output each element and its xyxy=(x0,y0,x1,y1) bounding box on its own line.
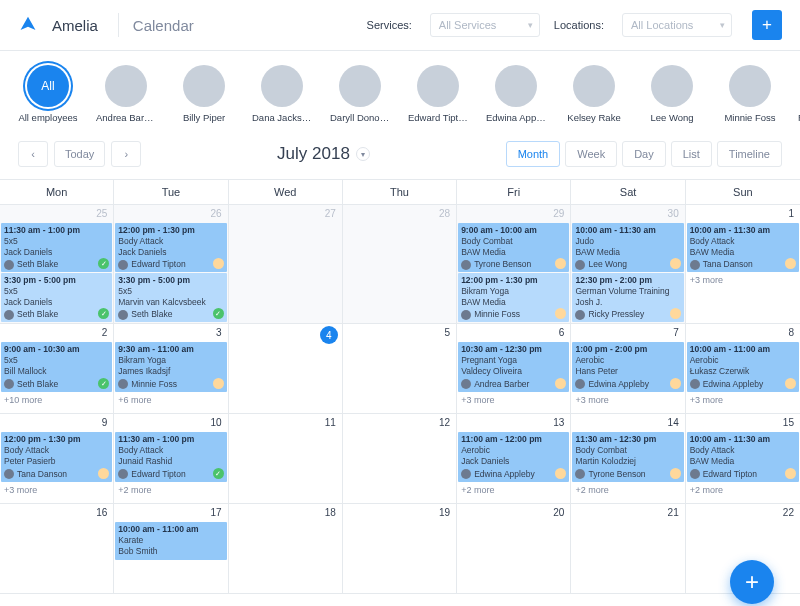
today-button[interactable]: Today xyxy=(54,141,105,167)
calendar-cell[interactable]: 2612:00 pm - 1:30 pmBody AttackJack Dani… xyxy=(114,205,228,324)
event-client: BAW Media xyxy=(461,297,566,308)
calendar-cell[interactable]: 20 xyxy=(457,504,571,594)
event-time: 12:00 pm - 1:30 pm xyxy=(461,275,566,286)
calendar-cell[interactable]: 39:30 am - 11:00 amBikram YogaJames Ikad… xyxy=(114,324,228,414)
calendar-cell[interactable]: 3010:00 am - 11:30 amJudoBAW MediaLee Wo… xyxy=(571,205,685,324)
calendar-cell[interactable]: 2511:30 am - 1:00 pm5x5Jack DanielsSeth … xyxy=(0,205,114,324)
calendar-event[interactable]: 3:30 pm - 5:00 pm5x5Marvin van Kalcvsbee… xyxy=(115,273,226,322)
more-link[interactable]: +2 more xyxy=(686,483,800,497)
calendar-event[interactable]: 12:00 pm - 1:30 pmBikram YogaBAW MediaMi… xyxy=(458,273,569,322)
calendar-event[interactable]: 9:00 am - 10:30 am5x5Bill MallockSeth Bl… xyxy=(1,342,112,391)
calendar-event[interactable]: 11:30 am - 1:00 pm5x5Jack DanielsSeth Bl… xyxy=(1,223,112,272)
day-number: 19 xyxy=(439,507,450,518)
day-headers: MonTueWedThuFriSatSun xyxy=(0,180,800,205)
calendar-event[interactable]: 9:30 am - 11:00 amBikram YogaJames Ikads… xyxy=(115,342,226,391)
event-client: BAW Media xyxy=(461,247,566,258)
add-button[interactable]: + xyxy=(752,10,782,40)
more-link[interactable]: +3 more xyxy=(686,393,800,407)
calendar-event[interactable]: 10:00 am - 11:30 amJudoBAW MediaLee Wong xyxy=(572,223,683,272)
calendar-cell[interactable]: 110:00 am - 11:30 amBody AttackBAW Media… xyxy=(686,205,800,324)
employee-6[interactable]: Edwina Appl... xyxy=(486,65,546,123)
calendar-event[interactable]: 1:00 pm - 2:00 pmAerobicHans PeterEdwina… xyxy=(572,342,683,391)
more-link[interactable]: +3 more xyxy=(686,273,800,287)
calendar-event[interactable]: 12:00 pm - 1:30 pmBody AttackJack Daniel… xyxy=(115,223,226,272)
calendar-cell[interactable]: 27 xyxy=(229,205,343,324)
more-link[interactable]: +2 more xyxy=(114,483,227,497)
calendar-event[interactable]: 11:30 am - 1:00 pmBody AttackJunaid Rash… xyxy=(115,432,226,481)
calendar-cell[interactable]: 610:30 am - 12:30 pmPregnant YogaValdecy… xyxy=(457,324,571,414)
event-name: Body Attack xyxy=(118,445,223,456)
calendar-cell[interactable]: 299:00 am - 10:00 amBody CombatBAW Media… xyxy=(457,205,571,324)
calendar-event[interactable]: 10:00 am - 11:30 amBody AttackBAW MediaT… xyxy=(687,223,799,272)
calendar-event[interactable]: 10:30 am - 12:30 pmPregnant YogaValdecy … xyxy=(458,342,569,391)
day-header: Thu xyxy=(343,180,457,205)
more-link[interactable]: +3 more xyxy=(571,393,684,407)
employee-2[interactable]: Billy Piper xyxy=(174,65,234,123)
calendar-cell[interactable]: 28 xyxy=(343,205,457,324)
calendar-event[interactable]: 10:00 am - 11:30 amBody AttackBAW MediaE… xyxy=(687,432,799,481)
calendar-cell[interactable]: 71:00 pm - 2:00 pmAerobicHans PeterEdwin… xyxy=(571,324,685,414)
view-month[interactable]: Month xyxy=(506,141,561,167)
calendar-cell[interactable]: 29:00 am - 10:30 am5x5Bill MallockSeth B… xyxy=(0,324,114,414)
prev-button[interactable]: ‹ xyxy=(18,141,48,167)
calendar-cell[interactable]: 16 xyxy=(0,504,114,594)
calendar-event[interactable]: 12:00 pm - 1:30 pmBody AttackPeter Pasie… xyxy=(1,432,112,481)
view-week[interactable]: Week xyxy=(565,141,617,167)
day-number: 28 xyxy=(439,208,450,219)
event-assignee: Andrea Barber xyxy=(461,379,566,390)
calendar-cell[interactable]: 1710:00 am - 11:00 amKarateBob Smith xyxy=(114,504,228,594)
calendar-event[interactable]: 10:00 am - 11:00 amAerobicŁukasz Czerwik… xyxy=(687,342,799,391)
period-dropdown[interactable]: ▾ xyxy=(356,147,370,161)
employee-9[interactable]: Minnie Foss xyxy=(720,65,780,123)
more-link[interactable]: +10 more xyxy=(0,393,113,407)
more-link[interactable]: +2 more xyxy=(457,483,570,497)
event-name: German Volume Training xyxy=(575,286,680,297)
employee-7[interactable]: Kelsey Rake xyxy=(564,65,624,123)
avatar-icon xyxy=(575,310,585,320)
calendar-cell[interactable]: 1411:30 am - 12:30 pmBody CombatMartin K… xyxy=(571,414,685,504)
event-assignee: Edwina Appleby xyxy=(690,379,796,390)
event-client: Valdecy Oliveira xyxy=(461,366,566,377)
more-link[interactable]: +3 more xyxy=(457,393,570,407)
calendar-cell[interactable]: 12 xyxy=(343,414,457,504)
calendar-cell[interactable]: 1011:30 am - 1:00 pmBody AttackJunaid Ra… xyxy=(114,414,228,504)
view-day[interactable]: Day xyxy=(622,141,666,167)
avatar xyxy=(573,65,615,107)
employee-8[interactable]: Lee Wong xyxy=(642,65,702,123)
calendar-event[interactable]: 11:30 am - 12:30 pmBody CombatMartin Kol… xyxy=(572,432,683,481)
more-link[interactable]: +2 more xyxy=(571,483,684,497)
employee-3[interactable]: Dana Jackson xyxy=(252,65,312,123)
calendar-cell[interactable]: 5 xyxy=(343,324,457,414)
calendar-event[interactable]: 12:30 pm - 2:00 pmGerman Volume Training… xyxy=(572,273,683,322)
calendar-cell[interactable]: 19 xyxy=(343,504,457,594)
locations-select[interactable]: All Locations ▾ xyxy=(622,13,732,37)
day-header: Tue xyxy=(114,180,228,205)
services-select[interactable]: All Services ▾ xyxy=(430,13,540,37)
sync-icon xyxy=(213,378,224,389)
calendar-cell[interactable]: 1510:00 am - 11:30 amBody AttackBAW Medi… xyxy=(686,414,800,504)
calendar-cell[interactable]: 21 xyxy=(571,504,685,594)
calendar-cell[interactable]: 18 xyxy=(229,504,343,594)
calendar-event[interactable]: 10:00 am - 11:00 amKarateBob Smith xyxy=(115,522,226,559)
event-name: Karate xyxy=(118,535,223,546)
calendar-cell[interactable]: 1311:00 am - 12:00 pmAerobicJack Daniels… xyxy=(457,414,571,504)
calendar-event[interactable]: 11:00 am - 12:00 pmAerobicJack DanielsEd… xyxy=(458,432,569,481)
employee-all[interactable]: AllAll employees xyxy=(18,65,78,123)
calendar-cell[interactable]: 11 xyxy=(229,414,343,504)
employee-5[interactable]: Edward Tipton xyxy=(408,65,468,123)
calendar-cell[interactable]: 912:00 pm - 1:30 pmBody AttackPeter Pasi… xyxy=(0,414,114,504)
view-list[interactable]: List xyxy=(671,141,712,167)
more-link[interactable]: +6 more xyxy=(114,393,227,407)
event-time: 9:30 am - 11:00 am xyxy=(118,344,223,355)
calendar-cell[interactable]: 4 xyxy=(229,324,343,414)
employee-4[interactable]: Daryll Donov... xyxy=(330,65,390,123)
view-timeline[interactable]: Timeline xyxy=(717,141,782,167)
more-link[interactable]: +3 more xyxy=(0,483,113,497)
calendar-cell[interactable]: 810:00 am - 11:00 amAerobicŁukasz Czerwi… xyxy=(686,324,800,414)
next-button[interactable]: › xyxy=(111,141,141,167)
calendar-event[interactable]: 3:30 pm - 5:00 pm5x5Jack DanielsSeth Bla… xyxy=(1,273,112,322)
employee-1[interactable]: Andrea Barber xyxy=(96,65,156,123)
calendar-event[interactable]: 9:00 am - 10:00 amBody CombatBAW MediaTy… xyxy=(458,223,569,272)
event-assignee: Lee Wong xyxy=(575,259,680,270)
event-assignee: Tyrone Benson xyxy=(575,469,680,480)
